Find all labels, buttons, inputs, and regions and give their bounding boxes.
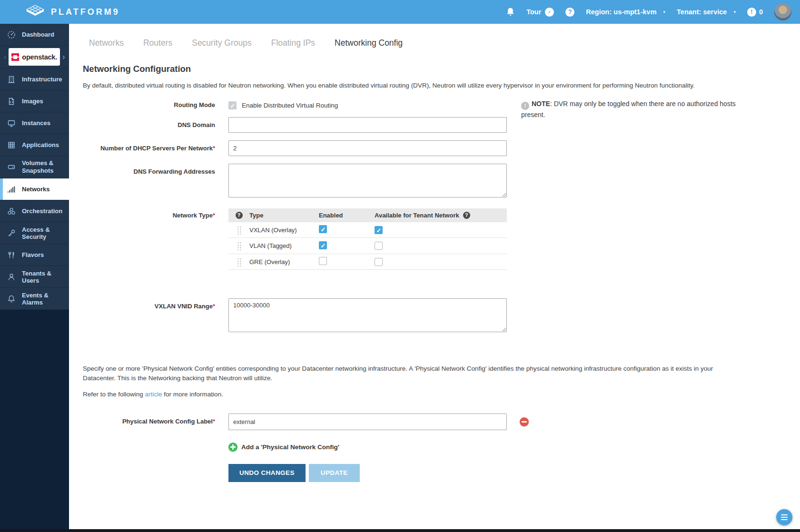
networks-icon: [7, 185, 16, 194]
top-navbar: PLATFORM9 Tour ? Region: us-mpt1-kvm ▾: [0, 0, 800, 24]
tab-networks[interactable]: Networks: [89, 38, 124, 48]
sidebar-item-label: Orchestration: [22, 207, 62, 215]
brand-name: PLATFORM9: [51, 7, 120, 17]
sidebar-item-infrastructure[interactable]: Infrastructure: [0, 69, 69, 90]
network-type-table: ? Type Enabled Available for Tenant Netw…: [228, 208, 507, 270]
network-type-name: VLAN (Tagged): [249, 242, 319, 249]
dns-forwarding-textarea[interactable]: [228, 164, 507, 197]
physical-config-label-input[interactable]: [228, 414, 507, 430]
dhcp-servers-input[interactable]: [228, 140, 507, 156]
tab-bar: Networks Routers Security Groups Floatin…: [89, 38, 800, 48]
sidebar-item-label: Tenants & Users: [22, 270, 69, 284]
dvr-checkbox-label: Enable Distributed Virtual Routing: [242, 102, 338, 109]
routing-mode-control: Enable Distributed Virtual Routing: [228, 101, 338, 109]
tab-security-groups[interactable]: Security Groups: [192, 38, 251, 48]
tab-floating-ips[interactable]: Floating IPs: [271, 38, 315, 48]
sidebar-item-flavors[interactable]: Flavors: [0, 244, 69, 266]
update-button[interactable]: UPDATE: [309, 464, 360, 482]
drag-handle-icon[interactable]: [237, 226, 241, 235]
help-icon[interactable]: ?: [565, 8, 574, 17]
chevron-down-icon: ▾: [663, 10, 666, 14]
notifications-bell-icon[interactable]: [506, 7, 515, 17]
flavors-icon: [7, 251, 16, 259]
tab-routers[interactable]: Routers: [143, 38, 172, 48]
sidebar-item-orchestration[interactable]: Orchestration: [0, 200, 69, 222]
sidebar-item-instances[interactable]: Instances: [0, 112, 69, 134]
gre-tenant-checkbox[interactable]: [375, 258, 383, 266]
vxlan-enabled-checkbox[interactable]: [319, 225, 327, 233]
help-icon[interactable]: ?: [463, 212, 470, 219]
user-avatar[interactable]: [774, 3, 791, 20]
col-header-enabled: Enabled: [319, 212, 375, 219]
applications-icon: [7, 141, 16, 149]
network-type-name: VXLAN (Overlay): [249, 227, 319, 234]
required-marker: *: [213, 418, 215, 425]
sidebar-item-volumes-snapshots[interactable]: Volumes & Snapshots: [0, 156, 69, 178]
undo-changes-button[interactable]: UNDO CHANGES: [228, 464, 306, 482]
field-label: Physical Network Config Label*: [83, 414, 215, 426]
tenant-label: Tenant: service: [677, 8, 727, 16]
sidebar-item-networks[interactable]: Networks: [0, 178, 69, 200]
sidebar-item-label: Dashboard: [22, 31, 54, 38]
app-window: PLATFORM9 Tour ? Region: us-mpt1-kvm ▾: [0, 0, 800, 532]
sidebar-item-applications[interactable]: Applications: [0, 134, 69, 156]
sidebar-item-label: Infrastructure: [22, 76, 62, 83]
sidebar-item-tenants-users[interactable]: Tenants & Users: [0, 266, 69, 288]
required-marker: *: [213, 145, 215, 152]
alerts-indicator[interactable]: ! 0: [747, 8, 763, 17]
chevron-left-icon[interactable]: ‹: [4, 53, 7, 61]
bottom-window-edge: [0, 529, 800, 532]
add-physical-config-button[interactable]: Add a 'Physical Network Config': [228, 443, 800, 452]
plus-icon: [228, 443, 237, 452]
volumes-icon: [7, 163, 16, 171]
sidebar-item-label: Volumes & Snapshots: [22, 159, 63, 175]
drag-handle-icon[interactable]: [237, 257, 241, 266]
refer-line: Refer to the following article for more …: [83, 391, 800, 398]
required-marker: *: [213, 303, 215, 310]
main-content: Networks Routers Security Groups Floatin…: [69, 24, 800, 532]
gre-enabled-checkbox[interactable]: [319, 257, 327, 265]
field-label: DNS Forwarding Addresses: [83, 164, 215, 176]
platform9-brand[interactable]: PLATFORM9: [25, 5, 120, 20]
dashboard-icon: [7, 30, 16, 39]
form-row-dhcp-servers: Number of DHCP Servers Per Network*: [83, 140, 800, 156]
networking-config-form: Routing Mode Enable Distributed Virtual …: [83, 101, 800, 482]
sidebar-item-label: Events & Alarms: [22, 292, 69, 306]
instances-icon: [7, 119, 16, 128]
key-icon: [7, 229, 16, 237]
vlan-tenant-checkbox[interactable]: [375, 242, 383, 250]
dvr-note: !NOTE: DVR may only be toggled when ther…: [521, 99, 736, 120]
form-row-dns-forwarding: DNS Forwarding Addresses: [83, 164, 800, 199]
sidebar-item-events-alarms[interactable]: Events & Alarms: [0, 288, 69, 310]
article-link[interactable]: article: [145, 391, 162, 398]
vnid-range-textarea[interactable]: 10000-30000: [228, 298, 507, 332]
sidebar-item-images[interactable]: Images: [0, 90, 69, 112]
help-icon[interactable]: ?: [236, 212, 243, 219]
sidebar-item-label: Flavors: [22, 251, 44, 258]
openstack-logo-icon: [11, 53, 19, 61]
openstack-selector[interactable]: openstack.: [9, 48, 60, 66]
field-label: Network Type*: [83, 208, 215, 220]
vxlan-tenant-checkbox[interactable]: [375, 226, 383, 234]
sidebar-item-access-security[interactable]: Access & Security: [0, 222, 69, 244]
sidebar: Dashboard ‹ openstack. › Infrastructure: [0, 24, 69, 532]
dns-domain-input[interactable]: [228, 117, 507, 133]
tab-networking-config[interactable]: Networking Config: [335, 38, 403, 48]
drag-handle-icon[interactable]: [237, 241, 241, 250]
table-row-vlan: VLAN (Tagged): [228, 238, 507, 254]
tenant-selector[interactable]: Tenant: service ▾: [677, 8, 736, 16]
remove-config-button[interactable]: [520, 417, 529, 426]
user-icon: [7, 273, 16, 281]
region-selector[interactable]: Region: us-mpt1-kvm ▾: [586, 8, 665, 16]
hamburger-icon: [781, 514, 788, 515]
quick-menu-fab[interactable]: [776, 509, 792, 525]
openstack-label: openstack.: [22, 53, 57, 61]
vlan-enabled-checkbox[interactable]: [319, 241, 327, 249]
chevron-right-icon[interactable]: ›: [62, 53, 65, 61]
tour-button[interactable]: Tour: [526, 8, 554, 17]
table-row-gre: GRE (Overlay): [228, 254, 507, 270]
sidebar-item-label: Images: [22, 98, 43, 105]
add-config-label: Add a 'Physical Network Config': [241, 443, 339, 451]
field-label: Routing Mode: [83, 101, 215, 109]
sidebar-item-dashboard[interactable]: Dashboard: [0, 24, 69, 46]
